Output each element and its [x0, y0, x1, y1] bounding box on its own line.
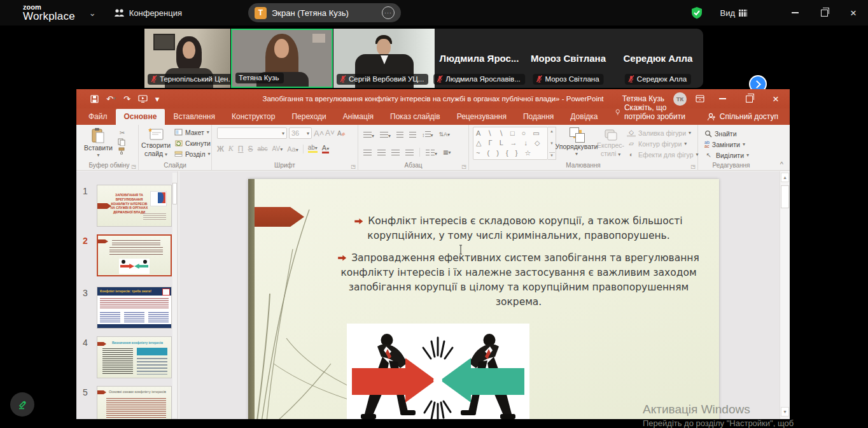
- ribbon-display-options-icon[interactable]: [696, 95, 704, 103]
- save-icon[interactable]: [90, 95, 99, 103]
- reset-button[interactable]: Скинути: [174, 138, 211, 148]
- tab-review[interactable]: Рецензування: [449, 109, 515, 125]
- decrease-indent-icon[interactable]: [396, 132, 403, 138]
- justify-icon[interactable]: [405, 150, 414, 155]
- drawing-dialog-launcher[interactable]: ◳: [690, 164, 696, 169]
- participant-tile-liudmyla[interactable]: Людмила Ярос... Людмила Ярославів...: [435, 29, 524, 88]
- meeting-tab[interactable]: Конференция: [114, 8, 182, 18]
- find-button[interactable]: Знайти: [704, 128, 764, 139]
- ppt-restore-button[interactable]: [740, 89, 758, 108]
- security-shield-icon[interactable]: [690, 6, 703, 19]
- underline-button[interactable]: П: [238, 145, 244, 153]
- conflict-arrows-image[interactable]: [347, 324, 529, 419]
- increase-indent-icon[interactable]: [409, 132, 416, 138]
- more-options-icon[interactable]: ···: [382, 6, 395, 19]
- tab-slideshow[interactable]: Показ слайдів: [382, 109, 449, 125]
- participant-tile-moroz[interactable]: Мороз Світлана Мороз Світлана: [524, 29, 613, 88]
- convert-smartart-button[interactable]: ▦▾: [443, 149, 451, 155]
- align-center-icon[interactable]: [377, 150, 386, 155]
- view-button[interactable]: Вид: [720, 8, 747, 18]
- tab-view[interactable]: Подання: [515, 109, 562, 125]
- font-size-combo[interactable]: 36 ▾: [289, 127, 312, 139]
- text-shadow-button[interactable]: abc: [257, 145, 267, 152]
- scrollbar-thumb[interactable]: [781, 185, 789, 208]
- annotate-button[interactable]: [10, 392, 34, 417]
- current-slide[interactable]: Конфлікт інтересів є складовою корупції,…: [248, 179, 719, 419]
- screen-share-pill[interactable]: T Экран (Тетяна Кузь) ···: [248, 3, 401, 22]
- replace-button[interactable]: abac Замінити ▾: [704, 139, 764, 150]
- columns-button[interactable]: ▾: [426, 146, 437, 158]
- new-slide-button[interactable]: Створити слайд ▾: [141, 125, 171, 159]
- character-spacing-button[interactable]: AV▾: [272, 145, 283, 152]
- shape-fill-button[interactable]: ◇ Заливка фігури ▾: [627, 127, 698, 138]
- bold-button[interactable]: Ж: [217, 145, 224, 153]
- line-spacing-button[interactable]: ↕▾: [422, 131, 433, 138]
- slide-thumbnail-3[interactable]: Конфлікт інтересів: треба знати!: [97, 287, 172, 329]
- tab-insert[interactable]: Вставлення: [165, 109, 223, 125]
- tab-animations[interactable]: Анімація: [335, 109, 382, 125]
- change-case-button[interactable]: Aa▾: [287, 145, 298, 153]
- account-name[interactable]: Тетяна Кузь: [622, 94, 664, 103]
- cut-icon[interactable]: ✂: [118, 129, 127, 137]
- slide-text-block[interactable]: Конфлікт інтересів є складовою корупції,…: [331, 214, 706, 317]
- italic-button[interactable]: К: [228, 144, 234, 153]
- slide-thumbnail-5[interactable]: Основні ознаки конфлікту інтересів: [97, 386, 172, 419]
- section-button[interactable]: Розділ ▾: [174, 148, 211, 159]
- layout-button[interactable]: Макет ▾: [174, 127, 211, 138]
- shape-effects-button[interactable]: ◐ Ефекти для фігур ▾: [627, 149, 698, 160]
- shape-outline-button[interactable]: ▱ Контур фігури ▾: [627, 138, 698, 149]
- redo-icon[interactable]: ↷: [123, 95, 130, 103]
- font-dialog-launcher[interactable]: ◳: [351, 164, 356, 169]
- font-color-button[interactable]: A▾: [322, 145, 329, 153]
- grow-font-button[interactable]: A˄: [314, 129, 323, 138]
- align-left-icon[interactable]: [363, 150, 372, 155]
- ppt-close-button[interactable]: ×: [767, 89, 785, 108]
- format-painter-icon[interactable]: [118, 147, 125, 155]
- copy-icon[interactable]: [118, 138, 125, 146]
- participant-tile-serediuk[interactable]: Середюк Алла Середюк Алла: [613, 29, 703, 88]
- restore-button[interactable]: [809, 0, 839, 25]
- scroll-down-icon[interactable]: ▾: [550, 141, 553, 146]
- bullets-button[interactable]: ▾: [363, 129, 374, 140]
- participant-video-serhii[interactable]: Сергій Вербовий УЦ...: [333, 29, 435, 88]
- clipboard-dialog-launcher[interactable]: ◳: [131, 164, 136, 169]
- minimize-button[interactable]: [780, 0, 809, 25]
- start-slideshow-icon[interactable]: [138, 95, 148, 103]
- scroll-up-icon[interactable]: ▴: [550, 129, 553, 134]
- participant-video-ternopilskyi[interactable]: Тернопільський Цен...: [144, 29, 230, 88]
- scroll-up-button[interactable]: ▴: [781, 173, 789, 182]
- ppt-minimize-button[interactable]: [713, 89, 731, 108]
- strikethrough-button[interactable]: S: [248, 145, 253, 153]
- select-button[interactable]: ↖ Виділити ▾: [704, 150, 764, 160]
- close-button[interactable]: ×: [839, 0, 868, 25]
- align-right-icon[interactable]: [391, 150, 400, 155]
- paste-button[interactable]: Вставити ▾: [84, 125, 113, 158]
- customize-qat-icon[interactable]: ▾: [155, 95, 160, 103]
- slide-thumbnail-4[interactable]: Визначення конфлікту інтересів: [97, 336, 172, 378]
- undo-icon[interactable]: ↶▾: [106, 95, 116, 103]
- slide-thumbnail-1[interactable]: ЗАПОБІГАННЯ ТА ВРЕГУЛЮВАННЯ КОНФЛІКТУ ІН…: [97, 185, 172, 227]
- slide-scrollbar[interactable]: ▴ ▾: [780, 171, 790, 419]
- share-button[interactable]: Спільний доступ: [696, 112, 790, 125]
- shapes-gallery[interactable]: A ∖ ∖ □ ○ ▭ △ Γ L → ↓ ◇ ~ ( ) { } ☆: [473, 127, 548, 160]
- collapse-ribbon-button[interactable]: ^: [780, 160, 783, 168]
- gallery-more-icon[interactable]: ▾: [549, 152, 555, 158]
- participant-video-tetiana-active[interactable]: Тетяна Кузь: [231, 29, 333, 88]
- tab-transitions[interactable]: Переходи: [283, 109, 334, 125]
- quick-styles-button[interactable]: Експрес- стилі ▾: [597, 125, 624, 160]
- thumbnails-scrollbar[interactable]: [172, 173, 177, 418]
- tab-home[interactable]: Основне: [116, 109, 165, 125]
- shrink-font-button[interactable]: A˅: [325, 129, 335, 138]
- highlight-color-button[interactable]: ab▾: [308, 145, 318, 153]
- tab-design[interactable]: Конструктор: [223, 109, 283, 125]
- slide-thumbnail-2-selected[interactable]: [97, 234, 172, 276]
- tell-me-search[interactable]: Скажіть, що потрібно зробити: [615, 103, 696, 125]
- clear-formatting-icon[interactable]: A: [337, 129, 346, 138]
- tab-help[interactable]: Довідка: [562, 109, 606, 125]
- chevron-down-icon[interactable]: ⌄: [89, 8, 96, 18]
- numbering-button[interactable]: ▾: [380, 129, 391, 140]
- font-name-combo[interactable]: ▾: [217, 127, 287, 139]
- tab-file[interactable]: Файл: [80, 109, 116, 125]
- paragraph-dialog-launcher[interactable]: ◳: [461, 164, 466, 169]
- thumbnails-scrollbar-thumb[interactable]: [172, 183, 177, 204]
